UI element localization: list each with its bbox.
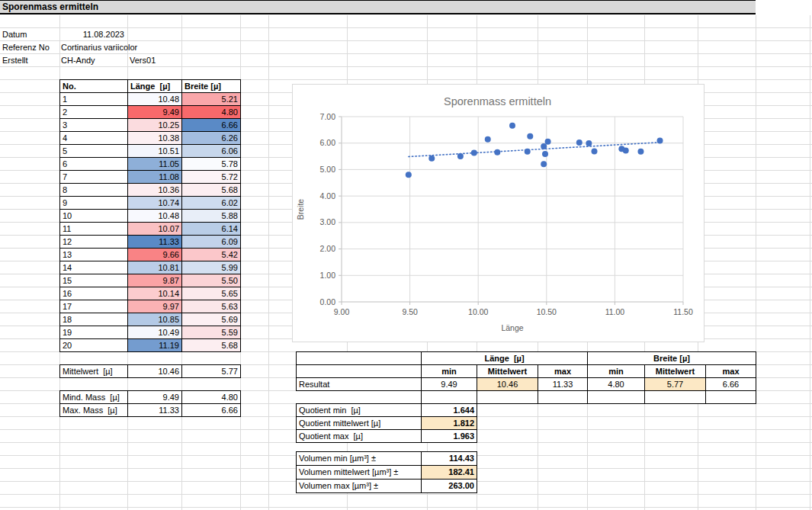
cell-no[interactable]: 19 — [60, 326, 128, 339]
cell-laenge[interactable]: 10.48 — [128, 210, 182, 223]
volumen-label[interactable]: Volumen max [µm³] ± — [297, 480, 422, 493]
cell-no[interactable]: 4 — [60, 132, 128, 145]
cell-breite[interactable]: 6.02 — [182, 197, 241, 210]
quotient-value[interactable]: 1.644 — [422, 404, 477, 417]
results-empty-cell[interactable] — [706, 391, 756, 404]
results-empty-cell[interactable] — [422, 391, 477, 404]
cell-no[interactable]: 15 — [60, 274, 128, 287]
quotient-label[interactable]: Quotient min [µ] — [297, 404, 422, 417]
cell-no[interactable]: 10 — [60, 210, 128, 223]
max-mass-laenge[interactable]: 11.33 — [128, 404, 182, 417]
cell-no[interactable]: 5 — [60, 145, 128, 158]
quotient-value[interactable]: 1.812 — [422, 417, 477, 430]
cell-laenge[interactable]: 11.05 — [128, 158, 182, 171]
cell-breite[interactable]: 5.21 — [182, 93, 241, 106]
header-breite[interactable]: Breite [µ] — [182, 80, 241, 93]
cell-no[interactable]: 12 — [60, 236, 128, 249]
cell-breite[interactable]: 6.26 — [182, 132, 241, 145]
cell-laenge[interactable]: 10.81 — [128, 261, 182, 274]
results-subheader-mw[interactable]: Mittelwert — [477, 365, 538, 378]
cell-laenge[interactable]: 10.74 — [128, 197, 182, 210]
cell-breite[interactable]: 5.68 — [182, 339, 241, 352]
cell-no[interactable]: 3 — [60, 119, 128, 132]
quotient-label[interactable]: Quotient max [µ] — [297, 430, 422, 443]
cell-breite[interactable]: 5.68 — [182, 184, 241, 197]
results-group-laenge[interactable]: Länge [µ] — [422, 352, 588, 365]
results-empty-cell[interactable] — [645, 391, 706, 404]
erstellt-label[interactable]: Erstellt — [2, 54, 28, 67]
header-no[interactable]: No. — [60, 80, 128, 93]
cell-breite[interactable]: 5.69 — [182, 313, 241, 326]
cell-breite[interactable]: 6.14 — [182, 223, 241, 236]
cell-no[interactable]: 2 — [60, 106, 128, 119]
cell-breite[interactable]: 5.63 — [182, 300, 241, 313]
results-empty-label[interactable] — [297, 391, 422, 404]
cell-no[interactable]: 9 — [60, 197, 128, 210]
referenz-label[interactable]: Referenz No — [2, 41, 50, 54]
datum-label[interactable]: Datum — [2, 28, 27, 41]
cell-laenge[interactable]: 10.51 — [128, 145, 182, 158]
sheet-title-cell[interactable]: Sporenmass ermitteln — [0, 0, 756, 14]
cell-breite[interactable]: 5.42 — [182, 249, 241, 261]
erstellt-value[interactable]: CH-Andy — [61, 54, 95, 67]
cell-breite[interactable]: 6.09 — [182, 236, 241, 249]
cell-breite[interactable]: 5.59 — [182, 326, 241, 339]
cell-no[interactable]: 8 — [60, 184, 128, 197]
header-laenge[interactable]: Länge [µ] — [128, 80, 182, 93]
version-value[interactable]: Vers01 — [130, 54, 156, 67]
result-laenge-max[interactable]: 11.33 — [538, 378, 588, 391]
cell-no[interactable]: 7 — [60, 171, 128, 184]
cell-laenge[interactable]: 9.87 — [128, 274, 182, 287]
mittelwert-laenge[interactable]: 10.46 — [128, 365, 182, 378]
result-laenge-mw[interactable]: 10.46 — [477, 378, 538, 391]
cell-laenge[interactable]: 10.49 — [128, 326, 182, 339]
cell-laenge[interactable]: 10.85 — [128, 313, 182, 326]
cell-laenge[interactable]: 10.38 — [128, 132, 182, 145]
result-breite-min[interactable]: 4.80 — [588, 378, 645, 391]
mittelwert-label[interactable]: Mittelwert [µ] — [60, 365, 128, 378]
results-subheader-min[interactable]: min — [422, 365, 477, 378]
cell-laenge[interactable]: 9.97 — [128, 300, 182, 313]
cell-laenge[interactable]: 10.48 — [128, 93, 182, 106]
cell-breite[interactable]: 5.88 — [182, 210, 241, 223]
volumen-value[interactable]: 182.41 — [422, 466, 477, 480]
volumen-value[interactable]: 263.00 — [422, 480, 477, 493]
result-laenge-min[interactable]: 9.49 — [422, 378, 477, 391]
mind-mass-breite[interactable]: 4.80 — [182, 391, 241, 404]
cell-no[interactable]: 16 — [60, 287, 128, 300]
results-row-label[interactable]: Resultat — [297, 378, 422, 391]
quotient-value[interactable]: 1.963 — [422, 430, 477, 443]
volumen-label[interactable]: Volumen min [µm³] ± — [297, 452, 422, 466]
results-subheader-spacer[interactable] — [297, 365, 422, 378]
datum-value[interactable]: 11.08.2023 — [59, 28, 124, 41]
cell-no[interactable]: 20 — [60, 339, 128, 352]
cell-breite[interactable]: 6.66 — [182, 119, 241, 132]
results-subheader-max2[interactable]: max — [706, 365, 756, 378]
results-subheader-max[interactable]: max — [538, 365, 588, 378]
scatter-chart[interactable]: 9.009.5010.0010.5011.0011.500.001.002.00… — [292, 84, 704, 342]
cell-no[interactable]: 17 — [60, 300, 128, 313]
cell-no[interactable]: 11 — [60, 223, 128, 236]
cell-laenge[interactable]: 10.14 — [128, 287, 182, 300]
cell-breite[interactable]: 5.50 — [182, 274, 241, 287]
results-empty-cell[interactable] — [538, 391, 588, 404]
cell-laenge[interactable]: 10.36 — [128, 184, 182, 197]
cell-no[interactable]: 13 — [60, 249, 128, 261]
cell-laenge[interactable]: 9.49 — [128, 106, 182, 119]
result-breite-mw[interactable]: 5.77 — [645, 378, 706, 391]
cell-breite[interactable]: 5.65 — [182, 287, 241, 300]
results-subheader-mw2[interactable]: Mittelwert — [645, 365, 706, 378]
max-mass-breite[interactable]: 6.66 — [182, 404, 241, 417]
mittelwert-breite[interactable]: 5.77 — [182, 365, 241, 378]
results-group-breite[interactable]: Breite [µ] — [588, 352, 756, 365]
results-empty-cell[interactable] — [477, 391, 538, 404]
max-mass-label[interactable]: Max. Mass [µ] — [60, 404, 128, 417]
cell-laenge[interactable]: 11.33 — [128, 236, 182, 249]
cell-laenge[interactable]: 9.66 — [128, 249, 182, 261]
cell-no[interactable]: 14 — [60, 261, 128, 274]
cell-breite[interactable]: 5.99 — [182, 261, 241, 274]
referenz-value[interactable]: Cortinarius variicolor — [61, 41, 137, 54]
cell-breite[interactable]: 5.72 — [182, 171, 241, 184]
volumen-value[interactable]: 114.43 — [422, 452, 477, 466]
cell-breite[interactable]: 5.78 — [182, 158, 241, 171]
